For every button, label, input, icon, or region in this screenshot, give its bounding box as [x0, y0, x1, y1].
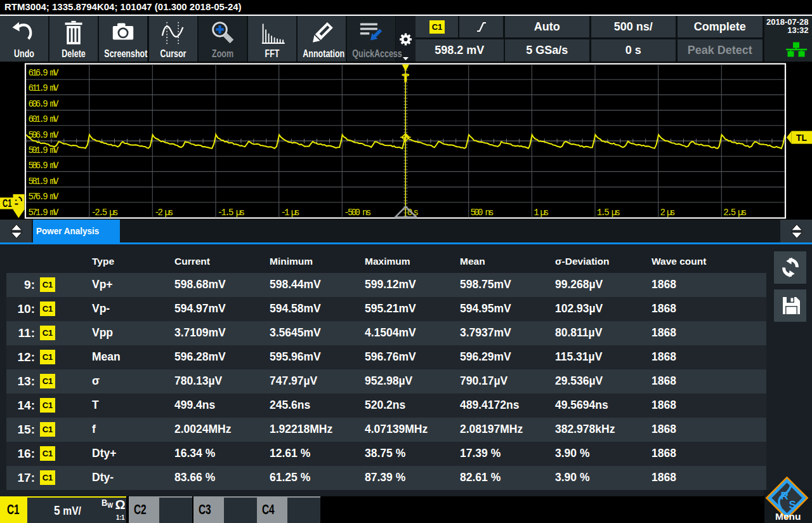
svg-text:616.9 mV: 616.9 mV: [29, 68, 60, 78]
svg-text:-500 ns: -500 ns: [344, 208, 371, 218]
svg-text:-1.5 µs: -1.5 µs: [218, 208, 245, 218]
svg-text:586.9 mV: 586.9 mV: [29, 161, 60, 171]
svg-text:576.9 mV: 576.9 mV: [29, 192, 60, 202]
svg-text:1.5 µs: 1.5 µs: [597, 208, 620, 218]
svg-text:-1 µs: -1 µs: [281, 208, 300, 218]
svg-text:606.9 mV: 606.9 mV: [29, 99, 60, 109]
svg-text:TL: TL: [796, 133, 807, 143]
svg-text:1 µs: 1 µs: [534, 208, 549, 218]
svg-text:500 ns: 500 ns: [471, 208, 494, 218]
svg-text:S: S: [789, 499, 796, 511]
svg-text:-2 µs: -2 µs: [154, 208, 173, 218]
svg-text:2 µs: 2 µs: [660, 208, 676, 218]
svg-text:596.9 mV: 596.9 mV: [29, 130, 60, 140]
svg-text:2.5 µs: 2.5 µs: [723, 208, 747, 218]
svg-text:-2.5 µs: -2.5 µs: [91, 208, 119, 218]
svg-text:611.9 mV: 611.9 mV: [29, 83, 60, 93]
svg-text:C1: C1: [3, 197, 12, 209]
svg-text:601.9 mV: 601.9 mV: [29, 114, 60, 124]
svg-text:581.9 mV: 581.9 mV: [29, 176, 60, 187]
svg-text:571.9 mV: 571.9 mV: [29, 208, 60, 218]
svg-text:R: R: [781, 490, 789, 502]
